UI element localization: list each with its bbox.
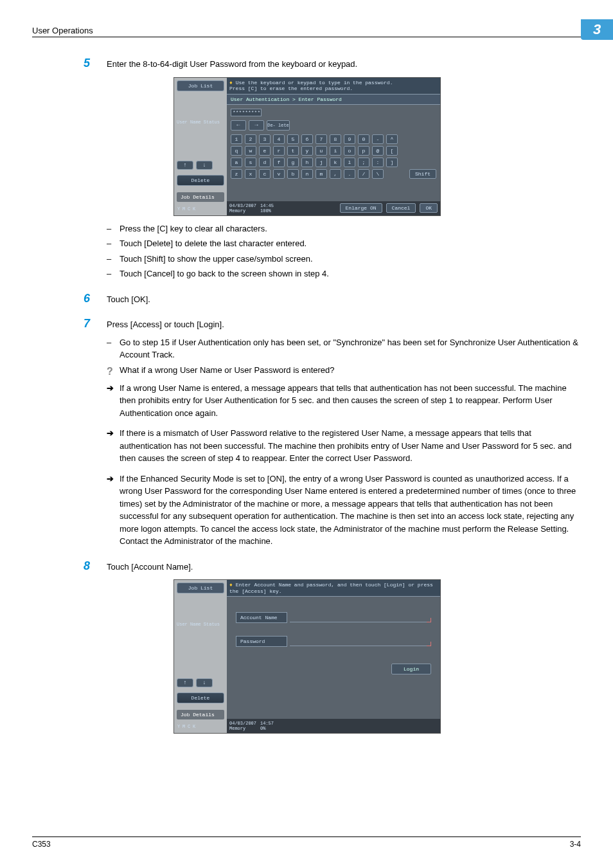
screen-footer: 04/03/2007 Memory 14:45 100% Enlarge ON … (227, 201, 440, 215)
footer-memory-value: 100% (260, 208, 274, 213)
job-list-button[interactable]: Job List (177, 80, 224, 91)
footer-memory-label: Memory (229, 208, 256, 213)
keyboard-row-2: q w e r t y u i o p @ [ (231, 146, 436, 156)
key[interactable]: ] (386, 158, 398, 167)
key[interactable]: 1 (231, 134, 242, 144)
arrow-icon: ➔ (107, 382, 120, 395)
key[interactable]: w (245, 146, 256, 156)
key[interactable]: u (315, 146, 327, 156)
key[interactable]: y (301, 146, 313, 156)
key[interactable]: a (231, 158, 242, 167)
job-details-tab[interactable]: Job Details (177, 192, 224, 202)
toner-levels: Y M C K (174, 203, 227, 215)
info-line1: Use the keyboard or keypad to type in th… (236, 80, 393, 86)
ok-button[interactable]: OK (420, 203, 438, 213)
toner-levels: Y M C K (174, 721, 227, 733)
key[interactable]: s (245, 158, 256, 167)
key[interactable]: i (330, 146, 341, 156)
key[interactable]: : (372, 158, 384, 167)
page-footer: C353 3-4 (32, 836, 581, 849)
key[interactable]: b (287, 169, 299, 179)
key[interactable]: c (259, 169, 271, 179)
key[interactable]: j (315, 158, 327, 167)
key[interactable]: l (344, 158, 355, 167)
key[interactable]: k (330, 158, 341, 167)
step-text: Touch [OK]. (107, 293, 150, 306)
key[interactable]: [ (386, 146, 398, 156)
key[interactable]: d (259, 158, 271, 167)
toner-c-icon: C (187, 723, 191, 730)
key[interactable]: / (358, 169, 369, 179)
password-button[interactable]: Password (236, 636, 287, 647)
key[interactable]: 7 (315, 134, 327, 144)
key[interactable]: h (301, 158, 313, 167)
key[interactable]: 6 (301, 134, 313, 144)
key[interactable]: x (245, 169, 256, 179)
info-banner: ♦ Use the keyboard or keypad to type in … (227, 78, 440, 95)
info-line1: Enter Account Name and password, and the… (229, 582, 433, 594)
sub-text: If a wrong User Name is entered, a messa… (120, 382, 581, 420)
sub-text: What if a wrong User Name or User Passwo… (120, 364, 335, 377)
kb-delete-button[interactable]: De- lete (267, 120, 290, 131)
scroll-down-button[interactable]: ↓ (196, 678, 213, 687)
scroll-down-button[interactable]: ↓ (196, 161, 213, 170)
sub-text: Press the [C] key to clear all character… (120, 222, 267, 235)
key[interactable]: ^ (386, 134, 398, 144)
scroll-up-button[interactable]: ↑ (177, 678, 193, 687)
key[interactable]: n (301, 169, 313, 179)
step-number: 6 (84, 292, 107, 305)
key[interactable]: q (231, 146, 242, 156)
key[interactable]: 5 (287, 134, 299, 144)
account-name-value (290, 613, 431, 622)
key[interactable]: z (231, 169, 242, 179)
user-name-header: User Name (177, 622, 201, 627)
enlarge-button[interactable]: Enlarge ON (340, 203, 382, 213)
keyboard-row-3: a s d f g h j k l ; : ] (231, 158, 436, 167)
key[interactable]: v (273, 169, 285, 179)
job-details-tab[interactable]: Job Details (177, 710, 224, 719)
footer-date: 04/03/2007 (229, 721, 256, 726)
key[interactable]: p (358, 146, 369, 156)
password-input[interactable]: ********* (231, 109, 262, 116)
login-button[interactable]: Login (391, 664, 431, 674)
footer-date: 04/03/2007 (229, 203, 256, 208)
key[interactable]: @ (372, 146, 384, 156)
job-list-button[interactable]: Job List (177, 583, 224, 593)
key[interactable]: 3 (259, 134, 271, 144)
key[interactable]: t (287, 146, 299, 156)
key[interactable]: ; (358, 158, 369, 167)
key[interactable]: 9 (344, 134, 355, 144)
account-name-button[interactable]: Account Name (236, 612, 287, 623)
arrow-icon: ➔ (107, 427, 120, 440)
cursor-left-button[interactable]: ← (231, 120, 246, 131)
key[interactable]: g (287, 158, 299, 167)
key[interactable]: , (330, 169, 341, 179)
screenshot-enter-password: Job List User Name Status ↑ ↓ Delete Job… (173, 77, 441, 216)
key[interactable]: 4 (273, 134, 285, 144)
key[interactable]: e (259, 146, 271, 156)
key[interactable]: - (372, 134, 384, 144)
screenshot-account-name: Job List User Name Status ↑ ↓ Delete Job… (173, 579, 441, 734)
info-line2: Press [C] to erase the entered password. (229, 86, 353, 91)
toner-k-icon: K (192, 206, 196, 213)
key[interactable]: \ (372, 169, 384, 179)
key[interactable]: 8 (330, 134, 341, 144)
keyboard-row-1: 1 2 3 4 5 6 7 8 9 0 - ^ (231, 134, 436, 144)
key[interactable]: 0 (358, 134, 369, 144)
key[interactable]: f (273, 158, 285, 167)
arrow-icon: ➔ (107, 473, 120, 485)
key[interactable]: . (344, 169, 355, 179)
shift-button[interactable]: Shift (409, 169, 436, 179)
footer-time: 14:57 (260, 721, 274, 726)
delete-button[interactable]: Delete (177, 692, 224, 703)
key[interactable]: r (273, 146, 285, 156)
key[interactable]: o (344, 146, 355, 156)
dash-icon: – (107, 253, 120, 266)
delete-button[interactable]: Delete (177, 175, 224, 186)
question-icon: ? (107, 364, 120, 379)
scroll-up-button[interactable]: ↑ (177, 161, 193, 170)
key[interactable]: m (315, 169, 327, 179)
cursor-right-button[interactable]: → (249, 120, 264, 131)
cancel-button[interactable]: Cancel (386, 203, 416, 213)
key[interactable]: 2 (245, 134, 256, 144)
